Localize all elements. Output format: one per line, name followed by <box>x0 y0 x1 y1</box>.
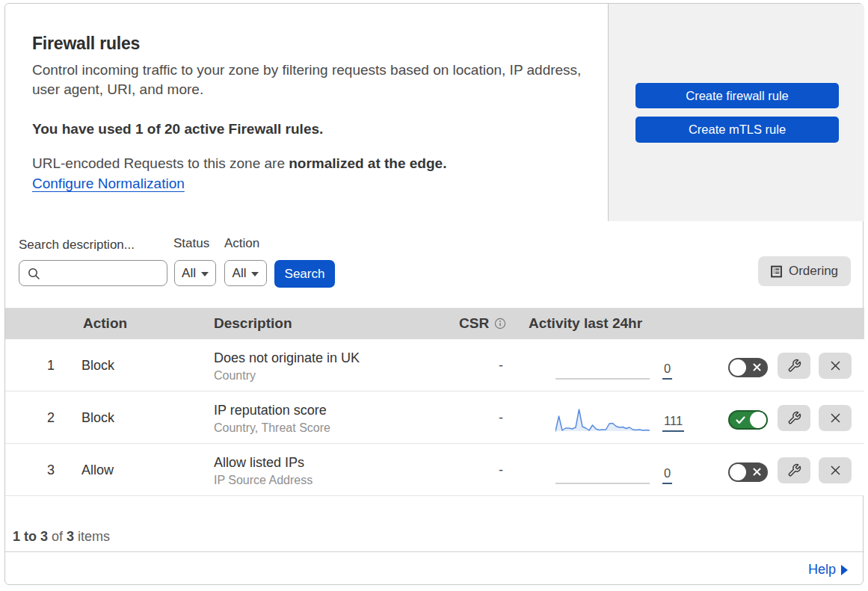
search-box <box>19 260 167 286</box>
rule-csr-value: - <box>493 339 508 392</box>
header-section: Firewall rules Control incoming traffic … <box>5 4 864 221</box>
column-header-description: Description <box>214 308 292 339</box>
edit-rule-button[interactable] <box>778 353 810 379</box>
table-row: 2 Block IP reputation score Country, Thr… <box>5 392 864 444</box>
rule-description-cell: Allow listed IPs IP Source Address <box>214 454 313 488</box>
arrow-right-icon <box>841 565 848 575</box>
close-icon <box>829 464 842 477</box>
ordering-list-icon <box>771 265 782 278</box>
rule-priority: 1 <box>41 339 61 392</box>
rule-csr-value: - <box>493 444 508 496</box>
create-mtls-rule-button[interactable]: Create mTLS rule <box>635 117 839 143</box>
chevron-down-icon <box>251 272 259 276</box>
rule-description: IP reputation score <box>214 402 330 418</box>
firewall-rules-page: Firewall rules Control incoming traffic … <box>0 0 868 591</box>
search-input[interactable] <box>45 262 163 286</box>
toggle-knob <box>730 464 746 480</box>
rule-criteria: Country <box>214 368 360 383</box>
column-header-csr: CSR <box>459 308 506 339</box>
rule-enabled-toggle[interactable] <box>728 462 768 482</box>
rule-description: Does not originate in UK <box>214 350 360 366</box>
search-button[interactable]: Search <box>274 260 335 288</box>
rule-action: Block <box>81 392 114 444</box>
header-content: Firewall rules Control incoming traffic … <box>5 4 608 221</box>
activity-count-link[interactable]: 111 <box>662 414 684 432</box>
help-link[interactable]: Help <box>808 562 848 578</box>
activity-sparkline <box>555 407 650 433</box>
status-label: Status <box>173 236 209 251</box>
wrench-icon <box>787 411 801 425</box>
column-header-activity: Activity last 24hr <box>529 308 642 339</box>
activity-count-link[interactable]: 0 <box>662 466 672 484</box>
actions-panel: Create firewall rule Create mTLS rule <box>608 4 864 221</box>
rule-csr-value: - <box>493 392 508 444</box>
table-header: Action Description CSR Activity last 24h… <box>5 308 864 339</box>
main-card: Firewall rules Control incoming traffic … <box>4 3 864 585</box>
toggle-knob <box>730 359 746 376</box>
toggle-knob <box>750 412 766 428</box>
status-dropdown[interactable]: All <box>174 260 216 286</box>
chevron-down-icon <box>201 272 209 276</box>
rule-criteria: IP Source Address <box>214 473 313 488</box>
close-icon <box>829 359 842 372</box>
close-icon <box>829 412 842 424</box>
table-footer: 1 to 3 of 3 items <box>5 496 864 552</box>
ordering-button[interactable]: Ordering <box>758 256 851 286</box>
info-icon[interactable] <box>494 318 506 329</box>
table-row: 3 Allow Allow listed IPs IP Source Addre… <box>5 444 864 496</box>
action-dropdown[interactable]: All <box>224 260 267 286</box>
delete-rule-button[interactable] <box>819 353 852 379</box>
items-count: 1 to 3 of 3 items <box>13 529 110 545</box>
create-firewall-rule-button[interactable]: Create firewall rule <box>635 83 839 108</box>
configure-normalization-link[interactable]: Configure Normalization <box>32 176 185 192</box>
rule-enabled-toggle[interactable] <box>728 358 768 377</box>
rule-action: Block <box>81 339 114 392</box>
activity-count-link[interactable]: 0 <box>662 362 672 380</box>
edit-rule-button[interactable] <box>778 457 810 483</box>
edit-rule-button[interactable] <box>778 405 810 431</box>
normalization-text: URL-encoded Requests to this zone are no… <box>32 155 446 172</box>
rule-description: Allow listed IPs <box>214 454 313 471</box>
rule-description-cell: IP reputation score Country, Threat Scor… <box>214 402 330 436</box>
wrench-icon <box>787 463 801 477</box>
rule-criteria: Country, Threat Score <box>214 421 330 436</box>
help-row: Help <box>5 552 864 585</box>
action-label: Action <box>224 236 259 251</box>
table-row: 1 Block Does not originate in UK Country… <box>5 339 864 392</box>
search-label: Search description... <box>19 238 135 253</box>
activity-sparkline <box>555 355 650 380</box>
delete-rule-button[interactable] <box>819 405 852 431</box>
wrench-icon <box>787 359 801 373</box>
page-description: Control incoming traffic to your zone by… <box>32 61 591 99</box>
usage-notice: You have used 1 of 20 active Firewall ru… <box>32 121 323 137</box>
rule-priority: 2 <box>41 392 61 444</box>
rule-enabled-toggle[interactable] <box>728 410 768 430</box>
search-icon <box>28 267 40 280</box>
rule-priority: 3 <box>41 444 61 496</box>
activity-sparkline <box>555 460 650 485</box>
delete-rule-button[interactable] <box>819 457 852 483</box>
column-header-action: Action <box>83 308 127 339</box>
rule-description-cell: Does not originate in UK Country <box>214 350 360 383</box>
page-title: Firewall rules <box>32 34 140 54</box>
rule-action: Allow <box>81 444 114 496</box>
